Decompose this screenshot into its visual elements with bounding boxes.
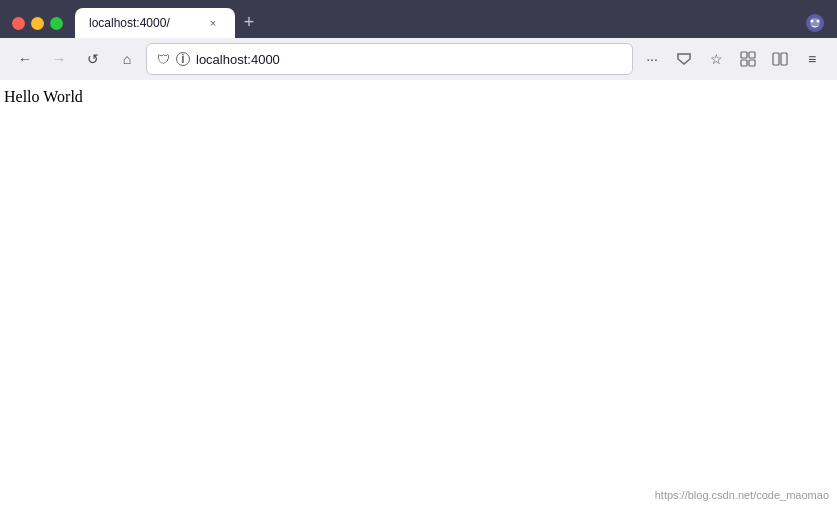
svg-point-3	[817, 20, 820, 23]
minimize-button[interactable]	[31, 17, 44, 30]
address-input[interactable]	[196, 52, 622, 67]
svg-rect-7	[749, 60, 755, 66]
active-tab[interactable]: localhost:4000/ ×	[75, 8, 235, 38]
reader-button[interactable]	[765, 44, 795, 74]
page-text: Hello World	[4, 88, 83, 105]
home-button[interactable]: ⌂	[112, 44, 142, 74]
forward-button[interactable]: →	[44, 44, 74, 74]
pocket-icon	[676, 51, 692, 67]
svg-rect-4	[741, 52, 747, 58]
close-button[interactable]	[12, 17, 25, 30]
back-button[interactable]: ←	[10, 44, 40, 74]
tab-bar: localhost:4000/ × +	[75, 8, 805, 38]
back-icon: ←	[18, 51, 32, 67]
security-shield-icon: 🛡	[157, 52, 170, 67]
svg-rect-9	[781, 53, 787, 65]
svg-rect-5	[749, 52, 755, 58]
page-content: Hello World https://blog.csdn.net/code_m…	[0, 80, 837, 509]
title-bar: localhost:4000/ × +	[0, 0, 837, 38]
refresh-button[interactable]: ↺	[78, 44, 108, 74]
tab-close-button[interactable]: ×	[205, 15, 221, 31]
svg-rect-6	[741, 60, 747, 66]
tab-title: localhost:4000/	[89, 16, 197, 30]
maximize-button[interactable]	[50, 17, 63, 30]
address-bar-container[interactable]: 🛡 i	[146, 43, 633, 75]
forward-icon: →	[52, 51, 66, 67]
extensions-button[interactable]	[733, 44, 763, 74]
more-button[interactable]: ···	[637, 44, 667, 74]
reader-icon	[772, 51, 788, 67]
watermark: https://blog.csdn.net/code_maomao	[655, 489, 829, 501]
home-icon: ⌂	[123, 51, 131, 67]
nav-bar: ← → ↺ ⌂ 🛡 i ··· ☆	[0, 38, 837, 80]
info-icon: i	[176, 52, 190, 66]
extensions-icon	[740, 51, 756, 67]
svg-rect-8	[773, 53, 779, 65]
menu-button[interactable]: ≡	[797, 44, 827, 74]
firefox-icon	[805, 13, 825, 33]
browser-chrome: localhost:4000/ × + ← → ↺ ⌂	[0, 0, 837, 80]
new-tab-button[interactable]: +	[235, 8, 263, 36]
window-controls	[12, 17, 63, 30]
toolbar-icons: ··· ☆ ≡	[637, 44, 827, 74]
firefox-logo	[805, 13, 825, 33]
pocket-button[interactable]	[669, 44, 699, 74]
refresh-icon: ↺	[87, 51, 99, 67]
svg-point-2	[811, 20, 814, 23]
bookmark-button[interactable]: ☆	[701, 44, 731, 74]
